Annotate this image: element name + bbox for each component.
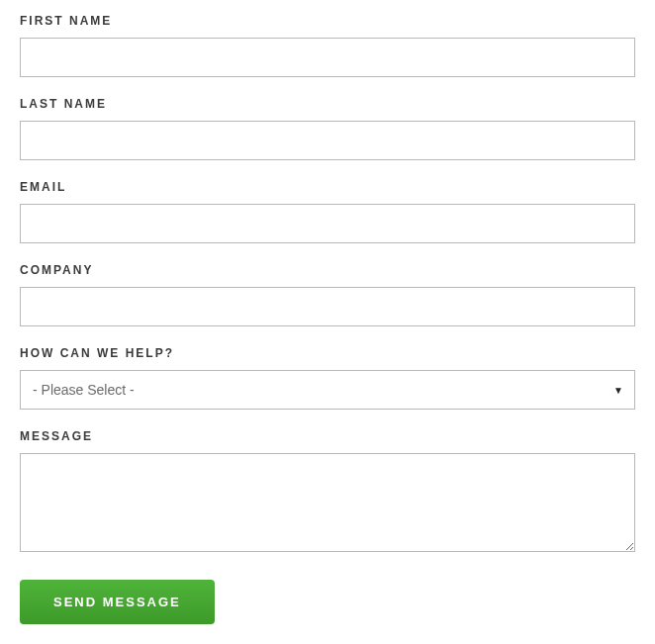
company-group: COMPANY xyxy=(20,263,635,326)
company-label: COMPANY xyxy=(20,263,635,277)
email-label: EMAIL xyxy=(20,180,635,194)
last-name-label: LAST NAME xyxy=(20,97,635,111)
first-name-input[interactable] xyxy=(20,38,635,77)
email-group: EMAIL xyxy=(20,180,635,243)
first-name-label: FIRST NAME xyxy=(20,14,635,28)
help-group: HOW CAN WE HELP? - Please Select - ▼ xyxy=(20,346,635,410)
message-label: MESSAGE xyxy=(20,429,635,443)
first-name-group: FIRST NAME xyxy=(20,14,635,77)
company-input[interactable] xyxy=(20,287,635,326)
last-name-group: LAST NAME xyxy=(20,97,635,160)
last-name-input[interactable] xyxy=(20,121,635,160)
contact-form: FIRST NAME LAST NAME EMAIL COMPANY HOW C… xyxy=(20,14,635,624)
help-select[interactable]: - Please Select - xyxy=(20,370,635,410)
email-input[interactable] xyxy=(20,204,635,243)
message-group: MESSAGE xyxy=(20,429,635,556)
help-select-wrapper: - Please Select - ▼ xyxy=(20,370,635,410)
message-textarea[interactable] xyxy=(20,453,635,552)
help-label: HOW CAN WE HELP? xyxy=(20,346,635,360)
send-message-button[interactable]: SEND MESSAGE xyxy=(20,580,215,624)
